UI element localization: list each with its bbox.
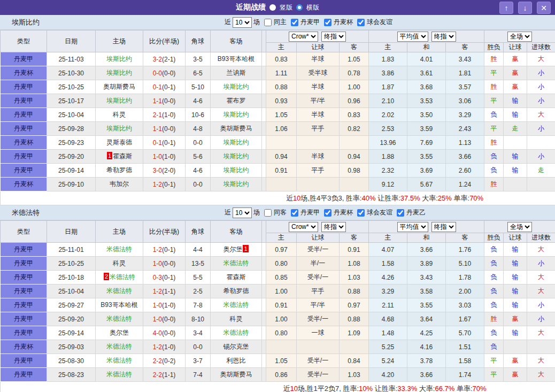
- bookmaker-select[interactable]: Crow*: [289, 222, 318, 232]
- cell-handicap-result: 输: [504, 271, 527, 285]
- cell-result: 负: [484, 285, 504, 298]
- cell-goals: 大: [527, 326, 555, 340]
- table-row: 丹麦杯25-09-23灵斯泰德0-1(0-1)0-0埃斯比约13.967.691…: [1, 136, 555, 150]
- cell-score: 3-2(2-1): [143, 52, 186, 66]
- home-team-name: 米德法特: [106, 315, 132, 322]
- summary-part: 10: [290, 385, 297, 392]
- halftime-score: (1-0): [162, 111, 175, 119]
- average-select[interactable]: 平均值: [397, 222, 428, 232]
- cell-goals: 走: [527, 164, 555, 178]
- cell-result: 胜: [484, 136, 504, 150]
- cell-gap: [262, 340, 266, 354]
- cell-goals: 小: [527, 150, 555, 164]
- cell-away-team: 奥胡斯费马: [211, 122, 262, 136]
- halftime-score: (1-1): [162, 371, 175, 379]
- scroll-down-button[interactable]: ↓: [518, 2, 532, 14]
- cell-date: 25-09-23: [47, 136, 96, 150]
- cell-away-team: 科灵: [211, 312, 262, 326]
- average-time-select[interactable]: 终指: [431, 32, 456, 42]
- cell-avg-home: 1.88: [369, 150, 407, 164]
- cell-goals: [527, 136, 555, 150]
- column-header-score: 比分(半场): [143, 30, 186, 52]
- layout-vertical-label[interactable]: 竖版: [280, 3, 292, 12]
- cell-avg-away: 2.60: [446, 164, 484, 178]
- cell-score: 2-2(1-1): [143, 368, 186, 382]
- cell-result: 负: [484, 164, 504, 178]
- layout-vertical-radio[interactable]: [269, 4, 276, 11]
- cell-corner: 5-5: [186, 271, 211, 285]
- cell-let-away: 1.00: [340, 80, 369, 94]
- home-team-name: 希勒罗德: [106, 166, 132, 174]
- cell-avg-draw: 3.68: [407, 80, 446, 94]
- cell-avg-away: 1.24: [446, 178, 484, 191]
- cell-avg-draw: 3.50: [407, 108, 446, 122]
- league-checkbox[interactable]: [291, 19, 298, 26]
- cell-away-team: 锡尔克堡: [211, 340, 262, 354]
- cell-corner: 4-8: [186, 122, 211, 136]
- cell-gap: [262, 368, 266, 382]
- league-checkbox[interactable]: [397, 209, 404, 217]
- same-venue-checkbox[interactable]: [264, 19, 272, 26]
- cell-type: 丹麦甲: [1, 285, 47, 298]
- cell-away-team: 米德法特: [211, 326, 262, 340]
- cell-goals: 大: [527, 368, 555, 382]
- table-row: 丹麦甲25-10-04科灵2-1(1-0)10-6埃斯比约1.05半球0.832…: [1, 108, 555, 122]
- league-checkbox[interactable]: [357, 19, 365, 26]
- summary-part: 让胜率:: [373, 385, 397, 392]
- summary-part: 近: [283, 385, 290, 392]
- cell-date: 25-09-20: [47, 150, 96, 164]
- close-button[interactable]: ✕: [537, 2, 551, 14]
- league-checkbox[interactable]: [357, 209, 365, 217]
- cell-avg-draw: 3.59: [407, 122, 446, 136]
- cell-score: 1-2(1-1): [143, 285, 186, 298]
- league-checkbox[interactable]: [324, 19, 332, 26]
- cell-avg-draw: 4.01: [407, 52, 446, 66]
- bookmaker-time-select[interactable]: 终指: [321, 32, 346, 42]
- fulltime-score: 2-2: [153, 371, 162, 379]
- match-count-select[interactable]: 10: [233, 17, 252, 28]
- column-header-let-away: 客: [340, 233, 369, 243]
- match-count-select[interactable]: 10: [233, 207, 252, 218]
- cell-score: 4-0(0-0): [143, 326, 186, 340]
- bookmaker-select[interactable]: Crow*: [289, 32, 318, 42]
- average-time-select[interactable]: 终指: [431, 222, 456, 232]
- scope-select[interactable]: 全场: [507, 32, 532, 42]
- cell-let-home: 0.97: [266, 243, 297, 257]
- cell-date: 25-10-04: [47, 108, 96, 122]
- home-team-name: 霍森斯: [113, 152, 132, 160]
- cell-avg-home: 5.25: [369, 340, 407, 354]
- fulltime-score: 1-2: [153, 288, 162, 295]
- scroll-up-button[interactable]: ↑: [499, 2, 513, 14]
- cell-handicap-result: 输: [504, 164, 527, 178]
- column-header-let-handicap: 让球: [297, 43, 340, 52]
- cell-let-home: 0.94: [266, 150, 297, 164]
- cell-let-away: 0.97: [340, 298, 369, 312]
- cell-avg-home: 4.20: [369, 368, 407, 382]
- cell-gap: [262, 150, 266, 164]
- cell-avg-home: 4.68: [369, 312, 407, 326]
- cell-let-away: 0.98: [340, 164, 369, 178]
- average-select[interactable]: 平均值: [397, 32, 428, 42]
- cell-corner: 8-10: [186, 312, 211, 326]
- halftime-score: (1-1): [162, 288, 175, 295]
- league-checkbox[interactable]: [291, 209, 298, 217]
- bookmaker-time-select[interactable]: 终指: [321, 222, 346, 232]
- scope-select[interactable]: 全场: [507, 222, 532, 232]
- cell-handicap: 平手: [297, 285, 340, 298]
- away-team-name: 霍森斯: [227, 273, 246, 281]
- cell-avg-draw: 3.58: [407, 285, 446, 298]
- same-venue-checkbox[interactable]: [264, 209, 272, 217]
- layout-horizontal-radio[interactable]: [296, 4, 303, 11]
- column-header-let-home: 主: [266, 233, 297, 243]
- cell-score: 1-0(0-0): [143, 257, 186, 271]
- cell-gap: [262, 285, 266, 298]
- cell-corner: 3-5: [186, 52, 211, 66]
- cell-date: 25-09-14: [47, 326, 96, 340]
- table-row: 丹麦甲25-08-30米德法特2-2(0-2)3-7利恩比1.05受半/一0.8…: [1, 354, 555, 368]
- layout-horizontal-label[interactable]: 横版: [306, 3, 319, 12]
- league-checkbox[interactable]: [324, 209, 332, 217]
- cell-handicap: 半球: [297, 80, 340, 94]
- table-row: 丹麦甲25-08-23米德法特2-2(1-1)7-4奥胡斯费马0.86受半/一1…: [1, 368, 555, 382]
- cell-handicap: [297, 136, 340, 150]
- cell-home-team: 埃斯比约: [96, 122, 143, 136]
